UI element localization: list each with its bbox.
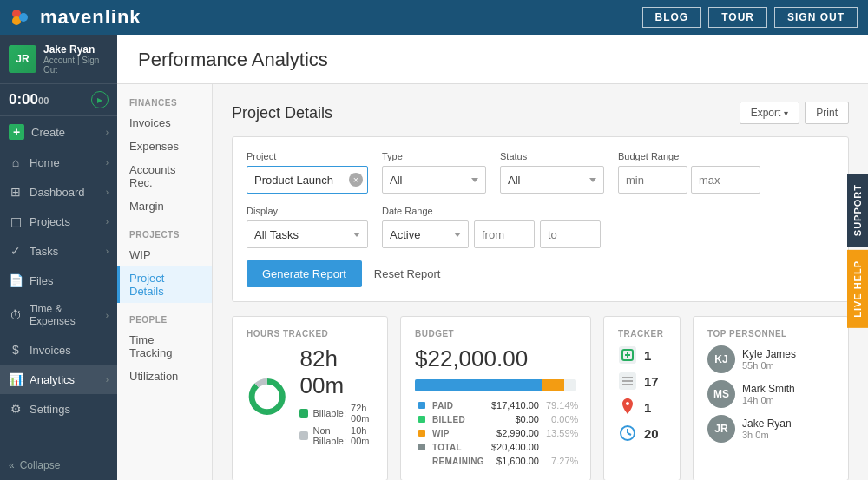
sidebar-item-settings[interactable]: ⚙ Settings xyxy=(0,394,117,424)
jake-name: Jake Ryan xyxy=(742,418,792,430)
sub-nav-invoices[interactable]: Invoices xyxy=(117,111,212,135)
hours-info: 82h 00m Billable: 72h 00m xyxy=(299,345,373,448)
wip-value: $2,990.00 xyxy=(488,426,542,440)
sidebar-item-time-expenses[interactable]: ⏱ Time & Expenses › xyxy=(0,295,117,335)
sub-nav-time-tracking[interactable]: Time Tracking xyxy=(117,328,212,365)
filter-date-range-select[interactable]: Active xyxy=(382,220,469,248)
sidebar-item-files[interactable]: 📄 Files xyxy=(0,266,117,295)
timer-display: 0:0000 xyxy=(9,91,49,108)
tour-button[interactable]: TOUR xyxy=(708,7,767,28)
tracker-items: 1 17 xyxy=(618,345,666,443)
signout-button[interactable]: SIGN OUT xyxy=(774,7,858,28)
hours-tracked-card: HOURS TRACKED 82h 00m xyxy=(232,316,388,480)
non-billable-label: Non Billable: xyxy=(312,425,346,446)
timer-play-button[interactable] xyxy=(91,91,108,108)
filter-project-input-wrapper: × xyxy=(247,166,368,194)
filter-project-label: Project xyxy=(247,151,368,161)
generate-report-button[interactable]: Generate Report xyxy=(247,260,362,287)
chevron-right-icon: › xyxy=(106,128,108,137)
billed-label: BILLED xyxy=(429,412,488,426)
mark-hours: 14h 0m xyxy=(742,395,795,405)
kyle-hours: 55h 0m xyxy=(742,360,796,371)
hours-tracked-label: HOURS TRACKED xyxy=(247,329,373,339)
tracker-item-2: 17 xyxy=(618,372,666,391)
budget-max-input[interactable] xyxy=(691,166,760,194)
budget-bar-fill xyxy=(415,379,576,391)
sidebar-item-analytics[interactable]: 📊 Analytics › xyxy=(0,365,117,394)
sub-nav-expenses[interactable]: Expenses xyxy=(117,135,212,158)
personnel-item-mark: MS Mark Smith 14h 0m xyxy=(707,380,834,408)
sidebar-collapse-button[interactable]: « Collapse xyxy=(0,450,117,480)
dashboard-icon: ⊞ xyxy=(9,185,23,199)
section-header: Project Details Export Print xyxy=(232,102,849,124)
sidebar: JR Jake Ryan Account | Sign Out 0:0000 +… xyxy=(0,35,117,480)
sidebar-item-invoices[interactable]: $ Invoices xyxy=(0,335,117,365)
filter-type-select[interactable]: All xyxy=(382,166,486,194)
sub-nav-project-details[interactable]: Project Details xyxy=(117,266,212,303)
create-plus-icon: + xyxy=(9,124,24,140)
sidebar-item-create[interactable]: + Create › xyxy=(0,116,117,148)
sidebar-item-label: Files xyxy=(30,274,53,287)
export-button[interactable]: Export xyxy=(740,102,800,124)
tracker-item-1: 1 xyxy=(618,345,666,365)
sidebar-item-tasks[interactable]: ✓ Tasks › xyxy=(0,236,117,266)
sidebar-item-label: Settings xyxy=(30,403,70,416)
filter-row-2: Display All Tasks Date Range Active xyxy=(247,206,834,248)
logo[interactable]: mavenlink xyxy=(10,6,141,29)
budget-min-input[interactable] xyxy=(618,166,687,194)
filter-project-clear-button[interactable]: × xyxy=(349,173,363,187)
hours-billable-line: Billable: 72h 00m xyxy=(299,403,373,424)
page-header: Performance Analytics xyxy=(117,35,868,84)
support-tab[interactable]: SUPPORT xyxy=(847,174,868,247)
sidebar-item-label: Dashboard xyxy=(30,186,85,199)
mark-avatar: MS xyxy=(707,380,735,408)
reset-report-button[interactable]: Reset Report xyxy=(374,267,441,280)
sub-nav-projects: PROJECTS WIP Project Details xyxy=(117,230,212,303)
total-dot xyxy=(418,444,425,450)
date-to-input[interactable] xyxy=(540,220,601,248)
billed-pct: 0.00% xyxy=(542,412,582,426)
sub-nav-accounts-rec[interactable]: Accounts Rec. xyxy=(117,158,212,194)
sub-nav-wip[interactable]: WIP xyxy=(117,243,212,266)
sidebar-nav: + Create › ⌂ Home › ⊞ Dashboard › ◫ Proj… xyxy=(0,116,117,450)
date-from-input[interactable] xyxy=(474,220,535,248)
tasks-icon: ✓ xyxy=(9,244,23,258)
sub-nav-margin[interactable]: Margin xyxy=(117,194,212,218)
filter-status-group: Status All xyxy=(500,151,604,194)
print-button[interactable]: Print xyxy=(805,102,849,124)
filter-display-label: Display xyxy=(247,206,368,216)
sidebar-item-dashboard[interactable]: ⊞ Dashboard › xyxy=(0,177,117,207)
svg-point-2 xyxy=(19,13,28,22)
billed-dot xyxy=(418,416,425,423)
sub-nav-utilization[interactable]: Utilization xyxy=(117,365,212,388)
personnel-item-jake: JR Jake Ryan 3h 0m xyxy=(707,415,834,443)
sidebar-user-links[interactable]: Account | Sign Out xyxy=(43,56,108,75)
live-help-tab[interactable]: LIVE HELP xyxy=(847,250,868,328)
budget-bar-paid xyxy=(415,379,542,391)
sidebar-item-label: Home xyxy=(30,156,60,169)
non-billable-value: 10h 00m xyxy=(351,425,373,446)
hours-non-billable-line: Non Billable: 10h 00m xyxy=(299,425,373,446)
sidebar-item-home[interactable]: ⌂ Home › xyxy=(0,148,117,177)
total-label: TOTAL xyxy=(429,440,488,454)
tracker-count-2: 17 xyxy=(644,374,659,389)
chevron-right-icon: › xyxy=(106,158,108,168)
remaining-value: $1,600.00 xyxy=(488,454,542,468)
settings-icon: ⚙ xyxy=(9,402,23,416)
tracker-item-4: 20 xyxy=(618,424,666,443)
filter-budget-range-group: Budget Range xyxy=(618,151,760,194)
sidebar-item-projects[interactable]: ◫ Projects › xyxy=(0,207,117,236)
filter-project-group: Project × xyxy=(247,151,368,194)
filter-display-select[interactable]: All Tasks xyxy=(247,220,368,248)
tracker-count-4: 20 xyxy=(644,426,659,441)
jake-hours: 3h 0m xyxy=(742,430,792,440)
remaining-pct: 7.27% xyxy=(542,454,582,468)
budget-range-inputs xyxy=(618,166,760,194)
blog-button[interactable]: BLOG xyxy=(642,7,702,28)
kyle-name: Kyle James xyxy=(742,348,796,360)
filter-status-select[interactable]: All xyxy=(500,166,604,194)
budget-row-remaining: REMAINING $1,600.00 7.27% xyxy=(415,454,582,468)
total-pct xyxy=(542,440,582,454)
filter-date-range-group: Date Range Active xyxy=(382,206,601,248)
collapse-label: Collapse xyxy=(20,459,61,471)
